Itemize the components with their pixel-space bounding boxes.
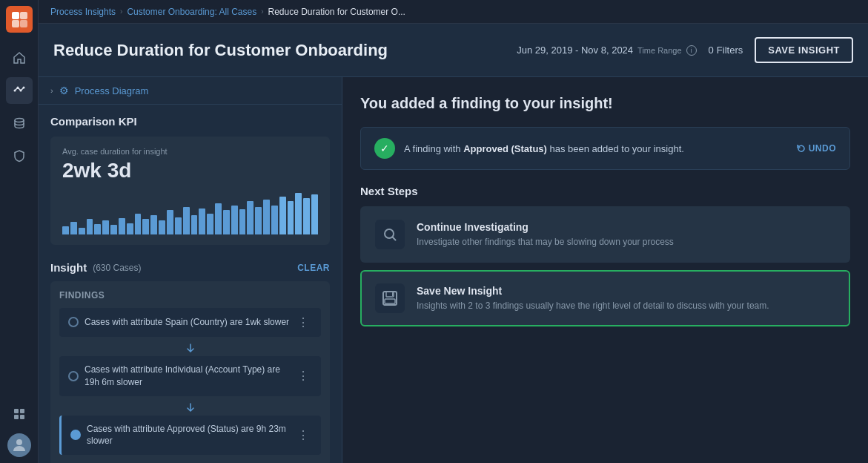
bar-14 (175, 217, 182, 234)
sidebar (0, 0, 39, 463)
shield-icon[interactable] (6, 142, 33, 169)
svg-point-6 (19, 90, 21, 92)
bar-8 (127, 223, 133, 234)
svg-rect-12 (20, 415, 24, 419)
save-insight-button[interactable]: SAVE INSIGHT (755, 37, 853, 63)
breadcrumb-sep-2: › (261, 7, 263, 16)
svg-point-13 (16, 439, 22, 445)
svg-point-8 (15, 119, 24, 122)
finding-left: Cases with attribute Spain (Country) are… (68, 316, 294, 329)
app-logo[interactable] (6, 6, 33, 33)
chevron-right-icon: › (50, 86, 53, 95)
bar-11 (150, 215, 157, 234)
finding-text-2: Cases with attribute Individual (Account… (85, 364, 294, 389)
time-range-value: Jun 29, 2019 - Nov 8, 2024 (517, 45, 633, 56)
bar-25 (263, 200, 270, 234)
svg-point-5 (16, 87, 19, 89)
finding-added-title: You added a finding to your insight! (360, 95, 850, 112)
success-prefix: A finding with (404, 143, 463, 154)
finding-item[interactable]: Cases with attribute Spain (Country) are… (59, 308, 321, 337)
svg-rect-17 (385, 299, 395, 303)
filters-count: 0 (709, 45, 714, 56)
main-content: Process Insights › Customer Onboarding: … (39, 0, 868, 463)
breadcrumb-process-insights[interactable]: Process Insights (50, 7, 116, 17)
breadcrumb-sep-1: › (120, 7, 122, 16)
finding-left-3: Cases with attribute Approved (Status) a… (70, 423, 294, 448)
bar-30 (303, 198, 310, 234)
bar-20 (223, 210, 230, 234)
svg-rect-10 (20, 409, 24, 413)
save-new-insight-desc: Insights with 2 to 3 findings usually ha… (417, 300, 835, 312)
comparison-kpi-title: Comparison KPI (50, 115, 330, 128)
clear-button[interactable]: CLEAR (297, 263, 330, 273)
page-title: Reduce Duration for Customer Onboarding (53, 41, 388, 60)
left-panel: › ⚙ Process Diagram Comparison KPI Avg. … (39, 77, 342, 463)
time-range-info-icon[interactable]: i (686, 45, 697, 56)
continue-investigating-card[interactable]: Continue Investigating Investigate other… (360, 206, 850, 263)
bar-5 (102, 220, 109, 234)
process-diagram-link[interactable]: › ⚙ Process Diagram (39, 77, 342, 105)
bar-18 (207, 214, 213, 234)
finding-arrow-1 (59, 340, 321, 356)
breadcrumb-current: Reduce Duration for Customer O... (268, 7, 405, 17)
save-icon (375, 283, 405, 313)
bar-24 (255, 207, 262, 234)
bar-29 (295, 193, 302, 234)
success-highlighted: Approved (Status) (463, 143, 547, 154)
comparison-kpi-section: Comparison KPI Avg. case duration for in… (39, 105, 342, 261)
bar-21 (231, 206, 238, 234)
finding-menu-3[interactable]: ⋮ (294, 428, 312, 442)
finding-menu-2[interactable]: ⋮ (294, 369, 312, 383)
insight-header: Insight (630 Cases) CLEAR (50, 261, 330, 274)
bar-chart (62, 190, 318, 234)
findings-card: Findings Cases with attribute Spain (Cou… (50, 281, 330, 463)
bar-27 (279, 197, 286, 234)
bar-16 (191, 215, 198, 234)
grid-icon[interactable] (6, 401, 33, 427)
svg-rect-18 (392, 292, 394, 296)
svg-point-4 (13, 90, 16, 92)
kpi-card: Avg. case duration for insight 2wk 3d (50, 137, 330, 245)
svg-rect-11 (14, 415, 19, 419)
bar-7 (119, 218, 125, 234)
filters-label: Filters (717, 45, 743, 56)
insight-section: Insight (630 Cases) CLEAR Findings Cases… (39, 261, 342, 463)
database-icon[interactable] (6, 110, 33, 137)
svg-rect-0 (12, 12, 19, 19)
svg-rect-2 (12, 20, 19, 27)
bar-4 (94, 224, 101, 234)
bar-15 (183, 207, 190, 234)
success-suffix: has been added to your insight. (547, 143, 684, 154)
finding-left-2: Cases with attribute Individual (Account… (68, 364, 294, 389)
bar-26 (271, 206, 278, 234)
finding-menu-1[interactable]: ⋮ (294, 315, 312, 329)
finding-radio-2 (68, 371, 79, 381)
right-panel: You added a finding to your insight! ✓ A… (342, 77, 868, 463)
bar-22 (239, 209, 246, 234)
breadcrumb-all-cases[interactable]: Customer Onboarding: All Cases (127, 7, 256, 17)
svg-rect-3 (20, 20, 27, 27)
bar-28 (288, 201, 294, 234)
undo-button[interactable]: UNDO (797, 143, 836, 154)
bar-13 (167, 210, 173, 234)
finding-text-3: Cases with attribute Approved (Status) a… (87, 423, 294, 448)
save-new-insight-card[interactable]: Save New Insight Insights with 2 to 3 fi… (360, 270, 850, 326)
bar-6 (110, 225, 117, 234)
bar-12 (159, 220, 165, 234)
bar-10 (142, 219, 149, 234)
process-diagram-label: Process Diagram (75, 85, 149, 96)
bar-2 (79, 228, 85, 234)
user-avatar[interactable] (7, 433, 31, 457)
finding-item-3[interactable]: Cases with attribute Approved (Status) a… (59, 416, 321, 456)
undo-label: UNDO (809, 143, 836, 154)
finding-item-2[interactable]: Cases with attribute Individual (Account… (59, 356, 321, 396)
svg-point-7 (22, 87, 24, 89)
kpi-label: Avg. case duration for insight (62, 147, 318, 156)
analytics-icon[interactable] (6, 77, 33, 104)
home-icon[interactable] (6, 45, 33, 71)
kpi-value: 2wk 3d (62, 159, 318, 183)
check-circle-icon: ✓ (374, 138, 395, 159)
bar-31 (311, 194, 318, 234)
bar-0 (62, 226, 69, 234)
diagram-icon: ⚙ (59, 85, 69, 96)
